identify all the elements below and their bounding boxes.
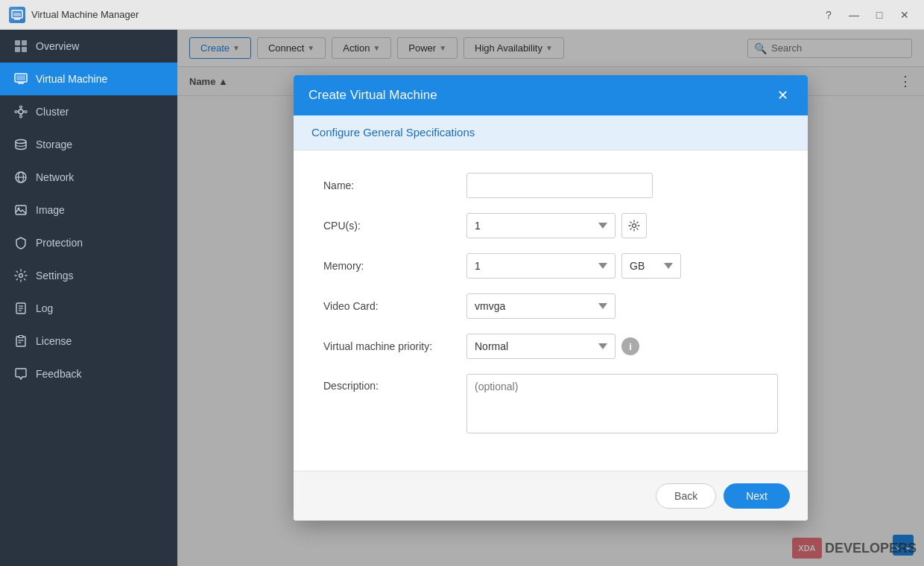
svg-rect-4 (22, 40, 27, 45)
svg-rect-8 (16, 75, 25, 80)
window-controls: ? — □ ✕ (818, 7, 915, 23)
sidebar-item-protection[interactable]: Protection (0, 226, 177, 259)
modal-close-button[interactable]: ✕ (773, 87, 793, 104)
sidebar-item-overview[interactable]: Overview (0, 30, 177, 63)
name-label: Name: (323, 179, 458, 191)
svg-point-13 (15, 111, 17, 113)
sidebar-item-license[interactable]: License (0, 325, 177, 357)
sidebar-label-feedback: Feedback (36, 368, 81, 380)
svg-rect-2 (13, 13, 21, 16)
priority-label: Virtual machine priority: (323, 340, 458, 352)
protection-icon (13, 235, 28, 250)
help-button[interactable]: ? (818, 7, 839, 23)
priority-select[interactable]: Low Normal High (466, 334, 616, 359)
feedback-icon (13, 366, 28, 381)
modal-subheading-bar: Configure General Specifications (294, 115, 808, 150)
back-button[interactable]: Back (656, 483, 716, 509)
svg-rect-5 (15, 47, 20, 52)
overview-icon (13, 39, 28, 54)
name-input[interactable] (466, 173, 653, 198)
modal-footer: Back Next (294, 471, 808, 521)
sidebar-item-virtual-machine[interactable]: Virtual Machine (0, 63, 177, 95)
cpu-label: CPU(s): (323, 220, 458, 232)
sidebar-label-storage: Storage (36, 139, 72, 150)
sidebar-label-network: Network (36, 171, 74, 183)
network-icon (13, 170, 28, 185)
log-icon (13, 301, 28, 316)
memory-unit-select[interactable]: GBMB (621, 253, 681, 279)
svg-point-11 (20, 106, 22, 108)
next-button[interactable]: Next (724, 483, 790, 509)
memory-input-group: 124 GBMB (466, 253, 778, 279)
modal-subheading: Configure General Specifications (311, 126, 475, 139)
svg-rect-3 (15, 40, 20, 45)
virtual-machine-icon (13, 71, 28, 86)
modal-body: Name: CPU(s): 1 248 (294, 150, 808, 471)
name-row: Name: (323, 173, 778, 198)
memory-row: Memory: 124 GBMB (323, 253, 778, 279)
sidebar: Overview Virtual Machine Cluster Storage… (0, 30, 177, 566)
app-icon (9, 7, 25, 23)
sidebar-item-storage[interactable]: Storage (0, 128, 177, 161)
memory-label: Memory: (323, 260, 458, 272)
cpu-row: CPU(s): 1 248 (323, 213, 778, 238)
video-card-label: Video Card: (323, 300, 458, 312)
license-icon (13, 334, 28, 349)
sidebar-item-network[interactable]: Network (0, 161, 177, 194)
cluster-icon (13, 104, 28, 119)
settings-icon (13, 268, 28, 283)
create-vm-modal: Create Virtual Machine ✕ Configure Gener… (294, 75, 808, 521)
sidebar-label-license: License (36, 335, 72, 347)
svg-point-10 (19, 109, 23, 114)
sidebar-label-overview: Overview (36, 40, 79, 52)
close-button[interactable]: ✕ (894, 7, 915, 23)
sidebar-item-image[interactable]: Image (0, 194, 177, 226)
modal-overlay: Create Virtual Machine ✕ Configure Gener… (177, 30, 924, 566)
maximize-button[interactable]: □ (869, 7, 890, 23)
video-card-row: Video Card: vmvgavgacirrus (323, 293, 778, 319)
sidebar-label-vm: Virtual Machine (36, 73, 107, 85)
svg-point-19 (16, 140, 26, 144)
image-icon (13, 203, 28, 217)
description-textarea[interactable] (466, 374, 778, 433)
sidebar-item-log[interactable]: Log (0, 292, 177, 325)
sidebar-item-feedback[interactable]: Feedback (0, 357, 177, 390)
svg-point-14 (25, 111, 27, 113)
sidebar-label-log: Log (36, 302, 53, 314)
svg-point-33 (633, 224, 636, 228)
priority-info-button[interactable]: i (621, 337, 639, 355)
sidebar-label-image: Image (36, 204, 65, 216)
titlebar: Virtual Machine Manager ? — □ ✕ (0, 0, 924, 30)
svg-rect-6 (22, 47, 27, 52)
app-title: Virtual Machine Manager (31, 9, 818, 20)
priority-row: Virtual machine priority: Low Normal Hig… (323, 334, 778, 359)
cpu-select[interactable]: 1 248 (466, 213, 616, 238)
sidebar-label-settings: Settings (36, 270, 74, 282)
sidebar-item-settings[interactable]: Settings (0, 259, 177, 292)
sidebar-item-cluster[interactable]: Cluster (0, 95, 177, 128)
svg-rect-9 (18, 83, 24, 84)
sidebar-label-protection: Protection (36, 237, 83, 249)
description-row: Description: (323, 374, 778, 433)
modal-title: Create Virtual Machine (308, 88, 437, 103)
svg-point-12 (20, 115, 22, 118)
memory-select[interactable]: 124 (466, 253, 616, 279)
gear-icon (628, 220, 640, 232)
cpu-input-group: 1 248 (466, 213, 778, 238)
modal-header: Create Virtual Machine ✕ (294, 75, 808, 115)
priority-input-group: Low Normal High i (466, 334, 778, 359)
description-label: Description: (323, 374, 458, 392)
svg-point-25 (19, 274, 23, 278)
minimize-button[interactable]: — (844, 7, 864, 23)
svg-rect-1 (14, 19, 20, 20)
storage-icon (13, 137, 28, 152)
sidebar-label-cluster: Cluster (36, 106, 69, 118)
video-card-select[interactable]: vmvgavgacirrus (466, 293, 616, 319)
cpu-gear-button[interactable] (621, 213, 647, 238)
